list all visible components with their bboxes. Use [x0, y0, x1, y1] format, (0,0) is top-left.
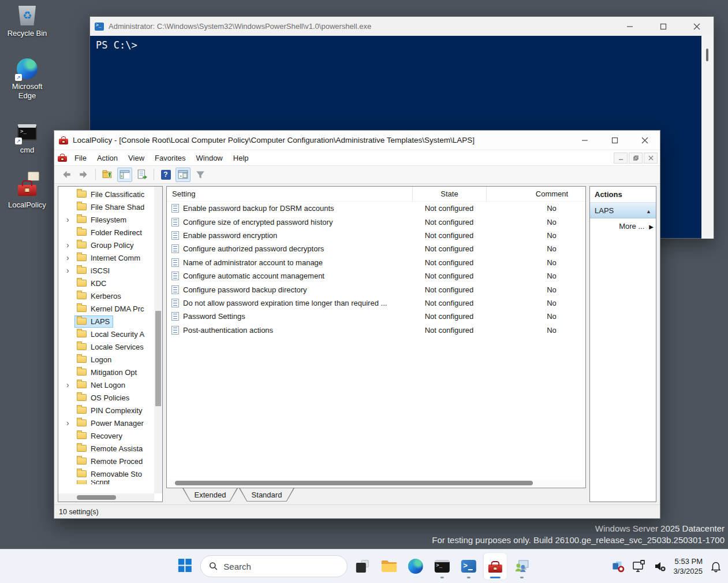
- tree-item-content[interactable]: Group Policy: [74, 239, 137, 251]
- filter-button[interactable]: [193, 168, 208, 182]
- tree-vertical-scrollbar[interactable]: [154, 187, 162, 493]
- export-list-button[interactable]: [135, 168, 150, 182]
- powershell-scrollbar[interactable]: [701, 36, 714, 239]
- settings-row[interactable]: Name of administrator account to manageN…: [167, 256, 585, 269]
- mmc-localpolicy-button[interactable]: [483, 553, 506, 580]
- tree-item-local-security-a[interactable]: Local Security A: [58, 328, 154, 340]
- expand-chevron-icon[interactable]: [66, 216, 74, 224]
- scrollbar-thumb[interactable]: [706, 49, 708, 61]
- settings-row[interactable]: Configure size of encrypted password his…: [167, 215, 585, 228]
- menu-file[interactable]: File: [69, 151, 92, 165]
- tree-item-kernel-dma-prc[interactable]: Kernel DMA Prc: [58, 302, 154, 315]
- server-manager-tray-icon[interactable]: [611, 559, 626, 574]
- mmc-titlebar[interactable]: LocalPolicy - [Console Root\Local Comput…: [54, 131, 660, 150]
- settings-row[interactable]: Do not allow password expiration time lo…: [167, 296, 585, 310]
- close-button[interactable]: [630, 131, 660, 150]
- scrollbar-thumb[interactable]: [77, 495, 116, 500]
- child-restore-button[interactable]: [629, 153, 643, 164]
- minimize-button[interactable]: [613, 17, 647, 36]
- menu-favorites[interactable]: Favorites: [150, 151, 191, 165]
- task-view-button[interactable]: [350, 553, 374, 580]
- show-hide-action-pane-button[interactable]: [176, 168, 191, 182]
- settings-row[interactable]: Configure authorized password decryptors…: [167, 242, 585, 255]
- expand-chevron-icon[interactable]: [66, 266, 74, 274]
- file-explorer-button[interactable]: [377, 553, 400, 580]
- tree-item-content[interactable]: LAPS: [74, 315, 113, 328]
- maximize-button[interactable]: [647, 17, 680, 36]
- tree-item-content[interactable]: Internet Comm: [74, 252, 144, 264]
- menu-action[interactable]: Action: [92, 151, 123, 165]
- tree-item-content[interactable]: PIN Complexity: [74, 404, 146, 417]
- settings-row[interactable]: Enable password backup for DSRM accounts…: [167, 202, 585, 215]
- tree-item-folder-redirect[interactable]: Folder Redirect: [58, 226, 154, 239]
- tree-item-group-policy[interactable]: Group Policy: [58, 239, 154, 251]
- tree-item-removable-sto[interactable]: Removable Sto: [58, 467, 154, 480]
- show-hide-console-tree-button[interactable]: [117, 168, 132, 182]
- tree-item-content[interactable]: Script: [74, 480, 113, 484]
- minimize-button[interactable]: [570, 131, 600, 150]
- scrollbar-thumb[interactable]: [175, 481, 533, 485]
- settings-row[interactable]: Post-authentication actionsNot configure…: [167, 324, 585, 337]
- tree-item-pin-complexity[interactable]: PIN Complexity: [58, 404, 154, 417]
- settings-row[interactable]: Password SettingsNot configuredNo: [167, 310, 585, 323]
- tab-extended[interactable]: Extended: [182, 488, 238, 502]
- tree-item-remote-proced[interactable]: Remote Proced: [58, 455, 154, 467]
- tree-item-script[interactable]: Script: [58, 480, 154, 484]
- list-horizontal-scrollbar[interactable]: [168, 480, 584, 487]
- network-tray-icon[interactable]: [632, 559, 647, 574]
- expand-chevron-icon[interactable]: [66, 241, 74, 249]
- tree-item-mitigation-opt[interactable]: Mitigation Opt: [58, 366, 154, 378]
- tree-item-content[interactable]: File Classificatic: [74, 188, 148, 200]
- menu-window[interactable]: Window: [191, 151, 228, 165]
- terminal-button[interactable]: [430, 553, 453, 580]
- tree-item-content[interactable]: Net Logon: [74, 379, 129, 391]
- start-button[interactable]: [173, 553, 196, 580]
- tree-item-content[interactable]: Locale Services: [74, 341, 147, 353]
- desktop-icon-microsoft-edge[interactable]: Microsoft Edge: [4, 58, 50, 101]
- tree-item-filesystem[interactable]: Filesystem: [58, 213, 154, 226]
- tree-item-content[interactable]: Filesystem: [74, 214, 130, 226]
- tree-item-content[interactable]: Logon: [74, 354, 115, 366]
- tree-horizontal-scrollbar[interactable]: [58, 493, 154, 502]
- desktop-icon-recycle-bin[interactable]: Recycle Bin: [4, 5, 50, 38]
- column-header-setting[interactable]: Setting: [167, 187, 412, 201]
- tab-standard[interactable]: Standard: [239, 488, 294, 502]
- tree-item-os-policies[interactable]: OS Policies: [58, 391, 154, 404]
- tree-item-remote-assista[interactable]: Remote Assista: [58, 442, 154, 455]
- tree-item-content[interactable]: KDC: [74, 277, 110, 289]
- settings-row[interactable]: Configure password backup directoryNot c…: [167, 283, 585, 296]
- tree-item-net-logon[interactable]: Net Logon: [58, 378, 154, 391]
- actions-more-item[interactable]: More ...: [590, 218, 656, 233]
- tree-item-content[interactable]: OS Policies: [74, 392, 133, 404]
- notifications-bell-icon[interactable]: [708, 559, 723, 574]
- settings-row[interactable]: Configure automatic account managementNo…: [167, 269, 585, 283]
- tree-item-content[interactable]: Remote Assista: [74, 443, 146, 455]
- tree-item-file-share-shad[interactable]: File Share Shad: [58, 200, 154, 213]
- expand-chevron-icon[interactable]: [66, 419, 74, 427]
- tree-item-content[interactable]: Remote Proced: [74, 455, 146, 467]
- tree-item-kerberos[interactable]: Kerberos: [58, 289, 154, 302]
- local-users-button[interactable]: [510, 553, 533, 580]
- tree-item-internet-comm[interactable]: Internet Comm: [58, 251, 154, 264]
- tree-item-power-manager[interactable]: Power Manager: [58, 417, 154, 429]
- tree-item-content[interactable]: Kernel DMA Prc: [74, 303, 147, 315]
- tree-item-logon[interactable]: Logon: [58, 353, 154, 366]
- tree-item-content[interactable]: Power Manager: [74, 417, 147, 429]
- up-one-level-button[interactable]: [100, 168, 115, 182]
- tree-item-content[interactable]: Removable Sto: [74, 468, 145, 480]
- desktop-icon-localpolicy[interactable]: LocalPolicy: [4, 176, 50, 210]
- expand-chevron-icon[interactable]: [66, 254, 74, 262]
- powershell-titlebar[interactable]: Administrator: C:\Windows\System32\Windo…: [90, 17, 714, 36]
- tree-item-iscsi[interactable]: iSCSI: [58, 264, 154, 277]
- powershell-button[interactable]: [457, 553, 480, 580]
- help-button[interactable]: [158, 168, 173, 182]
- taskbar-clock[interactable]: 5:53 PM 3/3/2025: [673, 556, 703, 576]
- expand-chevron-icon[interactable]: [66, 381, 74, 389]
- maximize-button[interactable]: [600, 131, 630, 150]
- scrollbar-thumb[interactable]: [155, 311, 161, 406]
- search-input[interactable]: Search: [200, 555, 347, 577]
- desktop-icon-cmd[interactable]: cmd: [4, 121, 50, 155]
- child-minimize-button[interactable]: [614, 153, 628, 164]
- edge-button[interactable]: [404, 553, 427, 580]
- tree-item-content[interactable]: Kerberos: [74, 290, 125, 302]
